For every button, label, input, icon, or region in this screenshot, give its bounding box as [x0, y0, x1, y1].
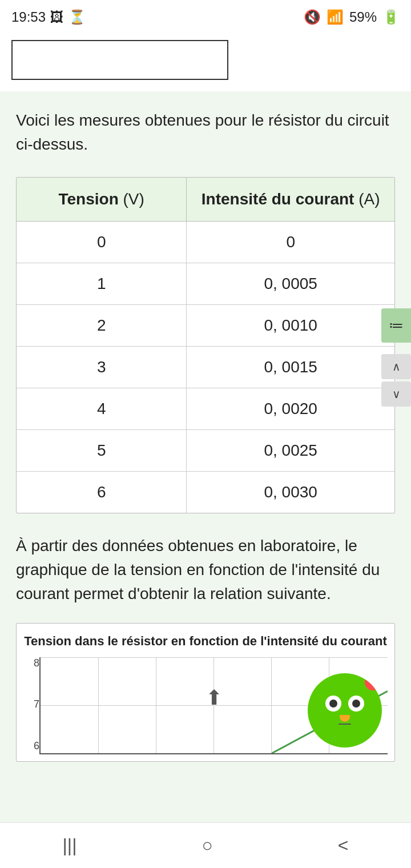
mute-icon: 🔇 [304, 9, 321, 25]
intensite-label: Intensité du courant (A) [202, 190, 380, 208]
status-right: 🔇 📶 59% 🔋 [304, 9, 400, 25]
scroll-up-button[interactable]: ∧ [381, 354, 411, 379]
owl-left-pupil [329, 700, 337, 708]
nav-bar: ||| ○ < [0, 822, 411, 868]
time-display: 19:53 [11, 9, 46, 25]
y-label-8: 8 [23, 657, 39, 669]
duolingo-owl: ! [308, 673, 382, 748]
y-axis-labels: 8 7 6 [23, 657, 39, 754]
nav-home-button[interactable]: ○ [202, 835, 212, 856]
table-row: 1 0, 0005 [17, 263, 394, 305]
intensite-cell: 0, 0010 [187, 305, 394, 347]
graph-container: Tension dans le résistor en fonction de … [16, 623, 395, 762]
y-label-7: 7 [23, 698, 39, 710]
y-label-6: 6 [23, 740, 39, 752]
status-left: 19:53 🖼 ⏳ [11, 9, 86, 25]
graph-body: 8 7 6 ⬆ [23, 657, 388, 754]
main-content: Voici les mesures obtenues pour le résis… [0, 91, 411, 868]
battery-display: 59% [349, 9, 377, 25]
tension-cell: 5 [17, 430, 187, 472]
data-table-wrapper: Tension (V) Intensité du courant (A) 0 0… [16, 177, 395, 513]
owl-beak [340, 715, 350, 722]
tension-cell: 4 [17, 388, 187, 430]
scroll-buttons: ∧ ∨ [381, 354, 411, 407]
tension-cell: 3 [17, 347, 187, 388]
owl-face [325, 696, 364, 725]
alarm-icon: ⏳ [68, 9, 86, 25]
measurements-table: Tension (V) Intensité du courant (A) 0 0… [17, 178, 394, 513]
owl-mouth [339, 724, 351, 725]
intensite-cell: 0, 0030 [187, 472, 394, 513]
intensite-cell: 0, 0025 [187, 430, 394, 472]
tension-header: Tension (V) [17, 178, 187, 222]
menu-button[interactable]: ≔ [381, 308, 411, 343]
table-row: 3 0, 0015 [17, 347, 394, 388]
status-bar: 19:53 🖼 ⏳ 🔇 📶 59% 🔋 [0, 0, 411, 34]
second-paragraph: À partir des données obtenues en laborat… [16, 534, 395, 606]
tension-cell: 2 [17, 305, 187, 347]
tension-label: Tension (V) [59, 190, 144, 208]
circuit-diagram-box [11, 40, 228, 80]
scroll-down-icon: ∨ [392, 387, 401, 401]
intensite-cell: 0 [187, 222, 394, 263]
owl-right-eye [348, 696, 364, 712]
table-row: 6 0, 0030 [17, 472, 394, 513]
tension-cell: 1 [17, 263, 187, 305]
top-image-area [0, 34, 411, 91]
intensite-cell: 0, 0020 [187, 388, 394, 430]
intro-paragraph: Voici les mesures obtenues pour le résis… [16, 108, 395, 156]
screenshot-icon: 🖼 [50, 9, 64, 25]
nav-back-button[interactable]: ||| [63, 835, 77, 856]
owl-left-eye [325, 696, 341, 712]
tension-cell: 0 [17, 222, 187, 263]
nav-recent-button[interactable]: < [338, 835, 349, 856]
intensite-header: Intensité du courant (A) [187, 178, 394, 222]
table-row: 5 0, 0025 [17, 430, 394, 472]
intensite-cell: 0, 0015 [187, 347, 394, 388]
graph-title: Tension dans le résistor en fonction de … [23, 633, 388, 650]
owl-right-pupil [352, 700, 360, 708]
wifi-icon: 📶 [327, 9, 344, 25]
table-row: 0 0 [17, 222, 394, 263]
menu-icon: ≔ [389, 317, 404, 335]
scroll-down-button[interactable]: ∨ [381, 381, 411, 407]
table-row: 4 0, 0020 [17, 388, 394, 430]
graph-plot-area: ⬆ [39, 657, 388, 754]
battery-icon: 🔋 [382, 9, 400, 25]
tension-cell: 6 [17, 472, 187, 513]
owl-notification-badge: ! [365, 674, 381, 690]
scroll-up-icon: ∧ [392, 360, 401, 373]
intensite-cell: 0, 0005 [187, 263, 394, 305]
table-row: 2 0, 0010 [17, 305, 394, 347]
owl-eyes [325, 696, 364, 712]
